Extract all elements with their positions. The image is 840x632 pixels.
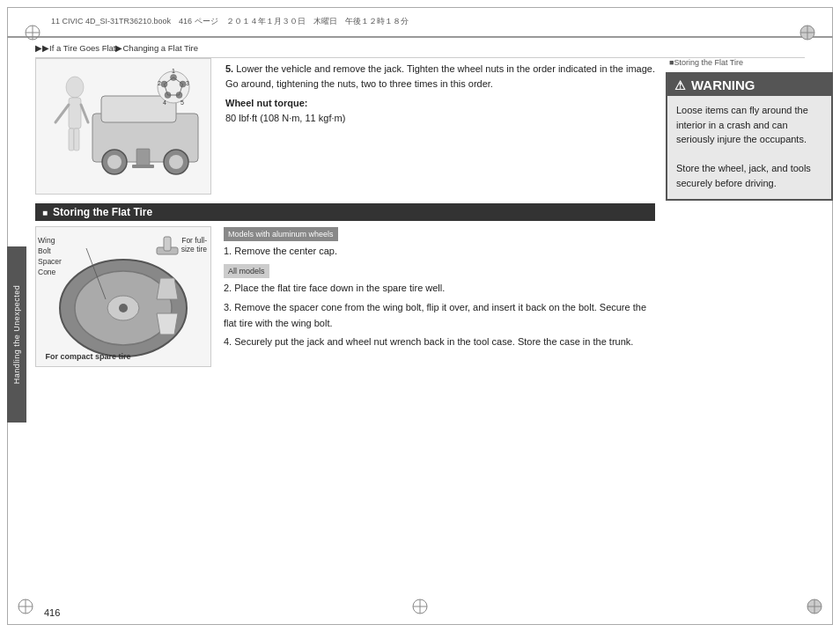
parts-labels: Wing Bolt Spacer Cone: [38, 236, 62, 278]
svg-text:1: 1: [172, 68, 175, 74]
warning-title: ⚠ WARNING: [667, 74, 831, 96]
storing-header: Storing the Flat Tire: [35, 203, 655, 221]
step4: 4. Securely put the jack and wheel nut w…: [224, 334, 655, 350]
step3: 3. Remove the spacer cone from the wing …: [224, 300, 655, 331]
svg-text:For compact spare tire: For compact spare tire: [45, 352, 130, 361]
svg-rect-41: [164, 237, 171, 251]
storing-steps: Models with aluminum wheels 1. Remove th…: [224, 226, 655, 367]
svg-point-39: [119, 304, 128, 312]
svg-point-6: [66, 77, 84, 98]
svg-marker-43: [157, 313, 178, 334]
svg-marker-42: [157, 278, 178, 299]
spare-image-box: Wing Bolt Spacer Cone For full- size tir…: [35, 226, 211, 367]
step1: 1. Remove the center cap.: [224, 244, 655, 260]
svg-text:5: 5: [181, 99, 184, 106]
header-file-info: 11 CIVIC 4D_SI-31TR36210.book 416 ページ ２０…: [51, 16, 409, 27]
svg-text:3: 3: [186, 80, 189, 86]
step5-num: 5.: [225, 63, 233, 74]
svg-point-15: [107, 155, 122, 169]
svg-line-11: [81, 105, 88, 122]
svg-text:4: 4: [163, 99, 166, 106]
step2: 2. Place the flat tire face down in the …: [224, 281, 655, 297]
breadcrumb: ▶▶If a Tire Goes Flat▶Changing a Flat Ti…: [35, 39, 805, 58]
svg-rect-18: [136, 149, 150, 166]
side-tab: Handling the Unexpected: [7, 246, 26, 423]
storing-body: Wing Bolt Spacer Cone For full- size tir…: [35, 226, 655, 367]
main-content: 1 3 5 4 2 5. Lower the vehicle and remov…: [35, 58, 655, 597]
warning-box: ⚠ WARNING Loose items can fly around the…: [666, 72, 833, 201]
warning-triangle-icon: ⚠: [674, 78, 686, 92]
header-top: 11 CIVIC 4D_SI-31TR36210.book 416 ページ ２０…: [7, 7, 833, 38]
car-image-box: 1 3 5 4 2: [35, 58, 211, 195]
step5-text: 5. Lower the vehicle and remove the jack…: [225, 58, 655, 195]
storing-section: Storing the Flat Tire Wing Bolt Spacer C…: [35, 203, 655, 367]
svg-text:2: 2: [158, 80, 161, 86]
corner-mark-br: [805, 597, 824, 616]
svg-rect-9: [74, 129, 79, 151]
svg-rect-19: [132, 165, 154, 168]
svg-rect-7: [69, 98, 81, 129]
torque-label: Wheel nut torque:: [225, 98, 308, 108]
warning-text: Loose items can fly around the interior …: [676, 103, 822, 190]
svg-rect-8: [69, 129, 74, 151]
page-number: 416: [44, 607, 60, 618]
torque-value: 80 lbf·ft (108 N·m, 11 kgf·m): [225, 113, 345, 123]
corner-mark-bl: [16, 597, 35, 616]
full-size-label: For full- size tire: [181, 236, 207, 254]
top-section: 1 3 5 4 2 5. Lower the vehicle and remov…: [35, 58, 655, 195]
right-panel-breadcrumb: ■Storing the Flat Tire: [666, 58, 833, 67]
svg-point-17: [169, 155, 183, 169]
all-models-badge: All models: [224, 264, 269, 278]
corner-mark-bm: [410, 597, 430, 616]
svg-line-10: [55, 105, 69, 122]
right-panel: ■Storing the Flat Tire ⚠ WARNING Loose i…: [666, 58, 833, 597]
aluminum-badge: Models with aluminum wheels: [224, 227, 338, 241]
